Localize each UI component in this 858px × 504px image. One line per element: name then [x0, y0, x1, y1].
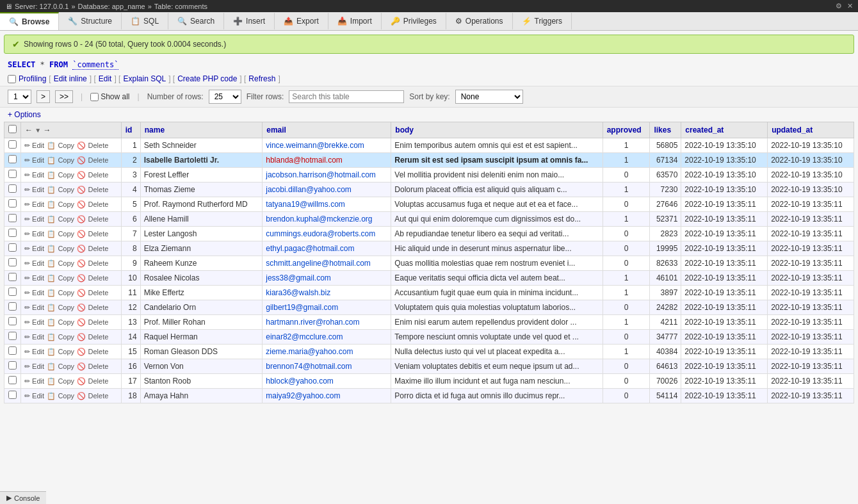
row-checkbox[interactable] [8, 170, 17, 178]
row-checkbox[interactable] [8, 214, 17, 222]
delete-button[interactable]: 🚫 Delete [77, 348, 108, 356]
tab-import[interactable]: 📥 Import [328, 13, 382, 29]
delete-button[interactable]: 🚫 Delete [77, 156, 108, 165]
tab-structure[interactable]: 🔧 Structure [59, 13, 122, 29]
profiling-checkbox[interactable] [8, 75, 16, 83]
delete-button[interactable]: 🚫 Delete [77, 259, 108, 268]
tab-search[interactable]: 🔍 Search [168, 13, 224, 29]
sort-id-link[interactable]: id [125, 126, 133, 134]
copy-button[interactable]: 📋 Copy [47, 289, 74, 297]
delete-button[interactable]: 🚫 Delete [77, 392, 108, 400]
edit-button[interactable]: ✏ Edit [24, 230, 44, 238]
row-checkbox[interactable] [8, 346, 17, 355]
sort-updated-link[interactable]: updated_at [772, 126, 813, 134]
row-checkbox[interactable] [8, 155, 17, 163]
copy-button[interactable]: 📋 Copy [47, 230, 74, 238]
explain-sql-link[interactable]: Explain SQL [123, 74, 166, 83]
edit-button[interactable]: ✏ Edit [24, 392, 44, 400]
create-php-link[interactable]: Create PHP code [177, 74, 237, 83]
row-checkbox[interactable] [8, 391, 17, 399]
delete-button[interactable]: 🚫 Delete [77, 245, 108, 253]
copy-button[interactable]: 📋 Copy [47, 377, 74, 386]
row-checkbox[interactable] [8, 376, 17, 384]
delete-button[interactable]: 🚫 Delete [77, 215, 108, 224]
tab-sql[interactable]: 📋 SQL [122, 13, 168, 29]
refresh-link[interactable]: Refresh [248, 74, 275, 83]
delete-button[interactable]: 🚫 Delete [77, 333, 108, 341]
row-checkbox[interactable] [8, 140, 17, 149]
sort-body-link[interactable]: body [395, 126, 414, 134]
sort-select[interactable]: None PRIMARY (id) [455, 90, 523, 104]
edit-button[interactable]: ✏ Edit [24, 333, 44, 341]
edit-button[interactable]: ✏ Edit [24, 245, 44, 253]
num-rows-select[interactable]: 25 50 100 [209, 90, 241, 104]
tab-browse[interactable]: 🔍 Browse [0, 12, 59, 30]
copy-button[interactable]: 📋 Copy [47, 362, 74, 371]
copy-button[interactable]: 📋 Copy [47, 274, 74, 282]
delete-button[interactable]: 🚫 Delete [77, 142, 108, 150]
next-page-button[interactable]: > [36, 90, 50, 103]
delete-button[interactable]: 🚫 Delete [77, 230, 108, 238]
settings-icon[interactable]: ⚙ [836, 2, 842, 10]
row-checkbox[interactable] [8, 332, 17, 340]
delete-button[interactable]: 🚫 Delete [77, 200, 108, 209]
tab-privileges[interactable]: 🔑 Privileges [382, 13, 446, 29]
profiling-link[interactable]: Profiling [19, 74, 46, 83]
row-checkbox[interactable] [8, 199, 17, 207]
table-link[interactable]: `comments` [72, 60, 118, 70]
delete-button[interactable]: 🚫 Delete [77, 186, 108, 194]
delete-button[interactable]: 🚫 Delete [77, 304, 108, 312]
row-checkbox[interactable] [8, 317, 17, 325]
row-checkbox[interactable] [8, 302, 17, 311]
copy-button[interactable]: 📋 Copy [47, 156, 74, 165]
delete-button[interactable]: 🚫 Delete [77, 362, 108, 371]
copy-button[interactable]: 📋 Copy [47, 245, 74, 253]
sort-email-link[interactable]: email [266, 126, 286, 134]
edit-button[interactable]: ✏ Edit [24, 304, 44, 312]
edit-button[interactable]: ✏ Edit [24, 377, 44, 386]
edit-button[interactable]: ✏ Edit [24, 348, 44, 356]
sort-name-link[interactable]: name [145, 126, 165, 134]
row-checkbox[interactable] [8, 229, 17, 237]
delete-button[interactable]: 🚫 Delete [77, 377, 108, 386]
copy-button[interactable]: 📋 Copy [47, 142, 74, 150]
select-all-checkbox[interactable] [8, 125, 17, 133]
tab-insert[interactable]: ➕ Insert [224, 13, 275, 29]
edit-button[interactable]: ✏ Edit [24, 259, 44, 268]
tab-operations[interactable]: ⚙ Operations [446, 13, 513, 29]
edit-inline-link[interactable]: Edit inline [54, 74, 87, 83]
copy-button[interactable]: 📋 Copy [47, 333, 74, 341]
page-select[interactable]: 1 [8, 90, 31, 104]
sort-created-link[interactable]: created_at [685, 126, 724, 134]
tab-export[interactable]: 📤 Export [275, 13, 328, 29]
edit-button[interactable]: ✏ Edit [24, 362, 44, 371]
row-checkbox[interactable] [8, 243, 17, 252]
show-all-checkbox[interactable] [90, 93, 99, 101]
edit-button[interactable]: ✏ Edit [24, 215, 44, 224]
row-checkbox[interactable] [8, 273, 17, 281]
copy-button[interactable]: 📋 Copy [47, 392, 74, 400]
row-checkbox[interactable] [8, 258, 17, 266]
edit-button[interactable]: ✏ Edit [24, 171, 44, 179]
row-checkbox[interactable] [8, 288, 17, 296]
delete-button[interactable]: 🚫 Delete [77, 274, 108, 282]
sort-approved-link[interactable]: approved [607, 126, 642, 134]
sort-likes-link[interactable]: likes [654, 126, 671, 134]
row-checkbox[interactable] [8, 361, 17, 370]
close-icon[interactable]: ✕ [847, 2, 853, 10]
edit-button[interactable]: ✏ Edit [24, 274, 44, 282]
delete-button[interactable]: 🚫 Delete [77, 318, 108, 327]
search-input[interactable] [289, 90, 404, 103]
edit-button[interactable]: ✏ Edit [24, 289, 44, 297]
edit-link[interactable]: Edit [99, 74, 112, 83]
copy-button[interactable]: 📋 Copy [47, 259, 74, 268]
copy-button[interactable]: 📋 Copy [47, 348, 74, 356]
copy-button[interactable]: 📋 Copy [47, 200, 74, 209]
edit-button[interactable]: ✏ Edit [24, 200, 44, 209]
edit-button[interactable]: ✏ Edit [24, 318, 44, 327]
options-row[interactable]: + Options [0, 108, 858, 122]
edit-button[interactable]: ✏ Edit [24, 142, 44, 150]
delete-button[interactable]: 🚫 Delete [77, 171, 108, 179]
copy-button[interactable]: 📋 Copy [47, 186, 74, 194]
edit-button[interactable]: ✏ Edit [24, 156, 44, 165]
